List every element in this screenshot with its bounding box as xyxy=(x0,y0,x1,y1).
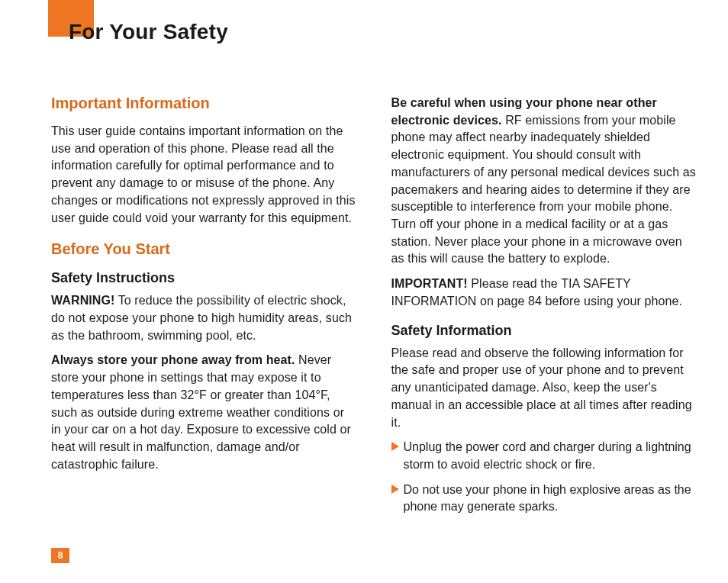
svg-marker-0 xyxy=(391,442,399,451)
list-item: Do not use your phone in high explosive … xyxy=(391,482,697,516)
paragraph-safety-info: Please read and observe the following in… xyxy=(391,345,697,432)
paragraph-careful: Be careful when using your phone near ot… xyxy=(391,95,697,268)
heading-important-information: Important Information xyxy=(51,95,356,112)
svg-marker-1 xyxy=(391,485,399,494)
list-item-text: Unplug the power cord and charger during… xyxy=(404,439,697,473)
list-item: Unplug the power cord and charger during… xyxy=(391,439,697,473)
paragraph-heat: Always store your phone away from heat. … xyxy=(51,352,356,473)
paragraph-warning: WARNING! To reduce the possibility of el… xyxy=(51,292,356,344)
arrow-right-icon xyxy=(391,442,399,453)
arrow-right-icon xyxy=(391,485,399,495)
heading-safety-information: Safety Information xyxy=(391,323,697,339)
careful-body: RF emissions from your mobile phone may … xyxy=(391,114,696,266)
paragraph-important: IMPORTANT! Please read the TIA SAFETY IN… xyxy=(391,275,697,310)
column-left: Important Information This user guide co… xyxy=(51,95,356,523)
heading-before-you-start: Before You Start xyxy=(51,240,356,258)
heat-lead: Always store your phone away from heat. xyxy=(51,353,295,366)
important-lead: IMPORTANT! xyxy=(391,277,468,290)
warning-lead: WARNING! xyxy=(51,294,114,307)
paragraph-important-info: This user guide contains important infor… xyxy=(51,123,356,227)
page-number: 8 xyxy=(51,548,69,563)
page-title: For Your Safety xyxy=(69,20,228,44)
safety-bullet-list: Unplug the power cord and charger during… xyxy=(391,439,697,516)
heat-body: Never store your phone in settings that … xyxy=(51,353,351,470)
list-item-text: Do not use your phone in high explosive … xyxy=(404,482,697,516)
heading-safety-instructions: Safety Instructions xyxy=(51,270,356,286)
content-columns: Important Information This user guide co… xyxy=(51,95,696,523)
column-right: Be careful when using your phone near ot… xyxy=(391,95,697,523)
